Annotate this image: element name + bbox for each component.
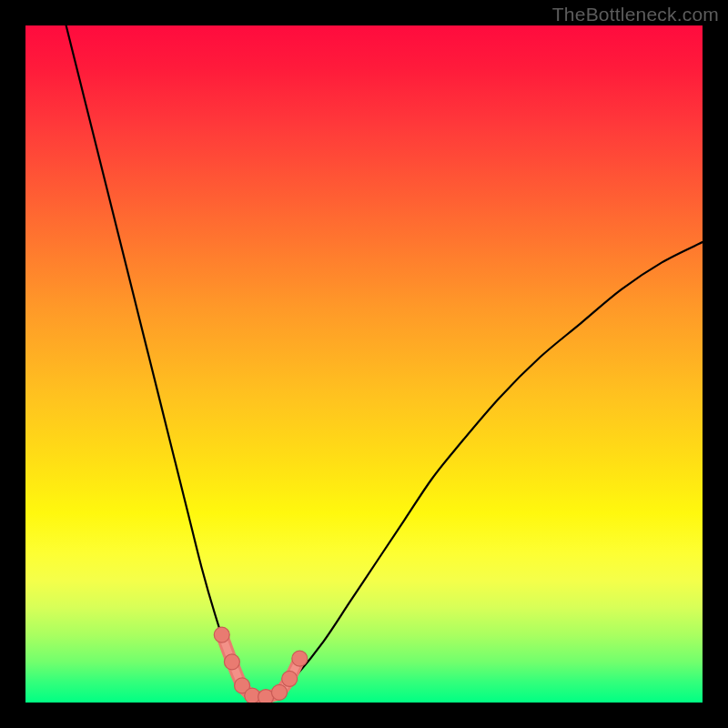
- marker-dot: [282, 671, 298, 686]
- outer-black-frame: TheBottleneck.com: [0, 0, 728, 728]
- marker-dot: [272, 684, 288, 700]
- curve-left-branch: [66, 25, 249, 696]
- marker-dot: [214, 627, 229, 642]
- marker-layer: [214, 627, 308, 703]
- plot-area: [25, 25, 703, 703]
- curve-right-branch: [276, 242, 703, 695]
- watermark-text: TheBottleneck.com: [552, 4, 719, 25]
- marker-dot: [245, 688, 260, 703]
- curve-layer: [66, 25, 703, 697]
- marker-dot: [224, 654, 239, 670]
- chart-svg: [25, 25, 703, 703]
- marker-dot: [292, 651, 308, 666]
